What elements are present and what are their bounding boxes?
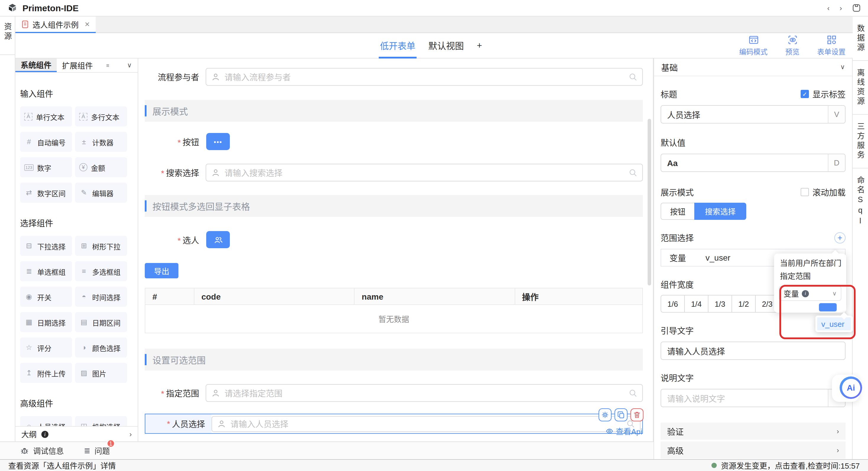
add-view-tab-button[interactable]: + [476, 33, 483, 59]
tab-default-view[interactable]: 默认视图 [427, 33, 465, 59]
dropdown-item-当前用户所在部门[interactable]: 当前用户所在部门 [774, 257, 846, 270]
sidebar-item-resources[interactable]: 资源 [2, 23, 13, 41]
canvas-scrollbar[interactable] [648, 119, 651, 285]
guide-text-input[interactable]: 请输入人员选择 [660, 342, 845, 360]
person-select-input[interactable]: 请输入人员选择 [212, 416, 641, 432]
component-card-多选框组[interactable]: ≡多选框组 [75, 261, 127, 281]
component-section-title: 输入组件 [20, 88, 138, 99]
description-text-input[interactable]: 请输入说明文字 V [660, 389, 845, 407]
field-row-search-select[interactable]: *搜索选择 请输入搜索选择 [138, 164, 643, 182]
mode-search-select-option[interactable]: 搜索选择 [694, 203, 746, 220]
component-card-数字[interactable]: 123数字 [20, 157, 72, 177]
code-mode-button[interactable]: 编码模式 [738, 35, 769, 56]
properties-group-高级[interactable]: 高级› [660, 441, 845, 459]
component-card-人员选择[interactable]: ○人员选择 [20, 416, 72, 426]
field-row-participant[interactable]: 流程参与者 请输入流程参与者 [138, 68, 643, 86]
component-card-评分[interactable]: ☆评分 [20, 338, 72, 357]
component-section-title: 选择组件 [20, 217, 138, 229]
sidebar-item-命名Sql[interactable]: 命名Sql [852, 168, 868, 234]
title-input[interactable]: 人员选择 V [660, 105, 845, 124]
variable-suffix-button[interactable]: V [828, 106, 845, 123]
primeton-ide-window: Primeton-IDE ‹ › 资源 数据源离线资源三方服务命名Sql 选人组… [0, 0, 868, 471]
counter-icon: ± [79, 138, 89, 146]
component-card-颜色选择[interactable]: ◑颜色选择 [75, 338, 127, 357]
outline-row[interactable]: 大纲 i › [16, 426, 138, 441]
component-card-机构选择[interactable]: ◫机构选择 [75, 416, 127, 426]
copy-field-button[interactable] [615, 408, 627, 421]
component-card-计数器[interactable]: ±计数器 [75, 132, 127, 152]
width-option-1/4[interactable]: 1/4 [684, 295, 709, 313]
component-card-单行文本[interactable]: A单行文本 [20, 106, 72, 126]
chevron-right-icon: › [837, 427, 839, 435]
component-card-多行文本[interactable]: A多行文本 [75, 106, 127, 126]
component-card-时间选择[interactable]: ◓时间选择 [75, 287, 127, 307]
field-row-specified-range[interactable]: *指定范围 请选择指定范围 [138, 384, 643, 402]
specified-range-input[interactable]: 请选择指定范围 [206, 384, 643, 402]
chevron-down-icon[interactable]: ∨ [127, 61, 132, 69]
nav-forward-icon[interactable]: › [840, 4, 842, 12]
export-button[interactable]: 导出 [145, 263, 179, 278]
ai-assistant-button[interactable]: Ai [840, 376, 862, 399]
view-tabs: 低开表单 默认视图 + [379, 33, 483, 59]
status-left-text[interactable]: 查看资源「选人组件示例」详情 [8, 460, 116, 471]
select-people-button[interactable] [206, 231, 230, 248]
participant-input[interactable]: 请输入流程参与者 [206, 68, 643, 86]
component-card-数字区间[interactable]: ⇄数字区间 [20, 183, 72, 203]
dynamic-suffix-button[interactable]: D [828, 154, 845, 171]
panel-menu-icon[interactable]: ≡ [106, 62, 109, 68]
preview-button[interactable]: 预览 [777, 35, 808, 56]
width-option-1/2[interactable]: 1/2 [732, 295, 756, 313]
sidebar-item-三方服务[interactable]: 三方服务 [852, 115, 868, 168]
time-picker-icon: ◓ [79, 293, 89, 300]
component-card-金额[interactable]: ¥金额 [75, 157, 127, 177]
component-card-下拉选择[interactable]: ⊟下拉选择 [20, 236, 72, 256]
confirm-button-fragment[interactable] [819, 303, 837, 311]
table-column-操作: 操作 [515, 288, 642, 304]
component-card-开关[interactable]: ◉开关 [20, 287, 72, 307]
default-value-input[interactable]: Aa D [660, 154, 845, 172]
form-settings-button[interactable]: 表单设置 [816, 35, 847, 56]
nav-back-icon[interactable]: ‹ [827, 4, 830, 12]
component-card-日期选择[interactable]: ▦日期选择 [20, 312, 72, 332]
file-tab-active[interactable]: 选人组件示例 ✕ [16, 17, 96, 33]
add-range-button[interactable]: + [834, 232, 845, 243]
variable-option-v-user[interactable]: v_user [817, 317, 851, 331]
problems-button[interactable]: ≣ 问题 1 [84, 445, 110, 456]
search-icon [629, 73, 637, 81]
field-settings-button[interactable] [598, 408, 612, 421]
properties-group-basic[interactable]: 基础 ∨ [654, 59, 852, 76]
picker-more-button[interactable]: ••• [206, 133, 230, 150]
save-layout-icon[interactable] [852, 4, 861, 12]
search-select-input[interactable]: 请输入搜索选择 [206, 164, 643, 182]
selected-field-person-select[interactable]: *人员选择 请输入人员选择 [145, 414, 643, 434]
dropdown-item-指定范围[interactable]: 指定范围 [774, 270, 846, 283]
search-icon [629, 389, 637, 397]
required-star: * [161, 168, 164, 178]
tab-extension-components[interactable]: 扩展组件 [57, 59, 98, 72]
width-option-1/3[interactable]: 1/3 [708, 295, 732, 313]
debug-info-button[interactable]: 调试信息 [20, 445, 64, 456]
width-option-1/6[interactable]: 1/6 [660, 295, 685, 313]
close-icon[interactable]: ✕ [85, 21, 90, 28]
sidebar-item-数据源[interactable]: 数据源 [852, 17, 868, 61]
variable-type-select[interactable]: 变量 i ∨ [779, 286, 841, 301]
view-api-link[interactable]: 查看Api [606, 426, 642, 437]
tab-lowcode-form[interactable]: 低开表单 [379, 33, 416, 59]
mode-button-option[interactable]: 按钮 [660, 203, 694, 220]
delete-field-button[interactable] [630, 408, 644, 421]
component-card-单选框组[interactable]: ≣单选框组 [20, 261, 72, 281]
status-right[interactable]: 资源发生变更，点击查看,检查时间:15:57 [711, 460, 860, 471]
component-card-日期区间[interactable]: ▤日期区间 [75, 312, 127, 332]
scroll-load-checkbox[interactable]: 滚动加载 [801, 186, 845, 198]
tab-system-components[interactable]: 系统组件 [16, 59, 57, 72]
component-card-编辑器[interactable]: ✎编辑器 [75, 183, 127, 203]
gear-icon [601, 411, 609, 419]
selected-field-actions [598, 408, 644, 421]
properties-group-验证[interactable]: 验证› [660, 422, 845, 440]
sidebar-item-离线资源[interactable]: 离线资源 [852, 61, 868, 115]
show-label-checkbox[interactable]: ✓ 显示标签 [801, 88, 845, 100]
component-card-图片[interactable]: ▨图片 [75, 363, 127, 383]
component-card-自动编号[interactable]: #自动编号 [20, 132, 72, 152]
component-card-附件上传[interactable]: ↥附件上传 [20, 363, 72, 383]
component-card-树形下拉[interactable]: ⊞树形下拉 [75, 236, 127, 256]
